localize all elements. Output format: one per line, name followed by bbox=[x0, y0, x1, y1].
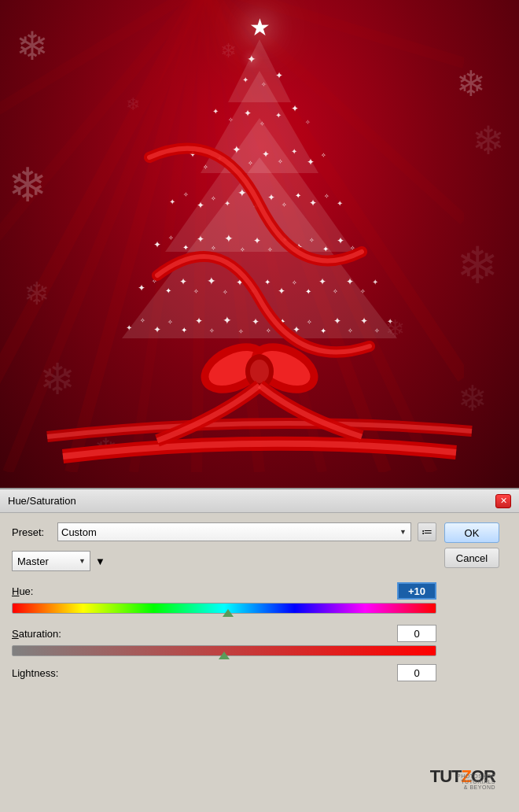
svg-text:✦: ✦ bbox=[244, 108, 252, 119]
svg-text:✦: ✦ bbox=[165, 286, 171, 295]
svg-text:✦: ✦ bbox=[320, 327, 326, 335]
svg-text:✧: ✧ bbox=[211, 195, 216, 202]
svg-text:✦: ✦ bbox=[307, 157, 315, 168]
close-icon: ✕ bbox=[500, 496, 507, 506]
svg-text:✧: ✧ bbox=[168, 234, 174, 242]
svg-text:✦: ✦ bbox=[242, 76, 248, 84]
saturation-thumb[interactable] bbox=[219, 651, 230, 659]
svg-text:✧: ✧ bbox=[307, 319, 312, 326]
ok-label: OK bbox=[465, 527, 480, 539]
svg-text:✦: ✦ bbox=[179, 276, 187, 287]
svg-text:✦: ✦ bbox=[360, 316, 368, 327]
svg-text:✧: ✧ bbox=[348, 327, 353, 334]
lightness-input[interactable] bbox=[397, 664, 436, 681]
svg-text:✦: ✦ bbox=[224, 199, 230, 208]
svg-text:✦: ✦ bbox=[169, 197, 175, 206]
svg-text:✦: ✦ bbox=[318, 276, 326, 287]
preset-menu-button[interactable]: ≔ bbox=[418, 522, 436, 541]
svg-text:✧: ✧ bbox=[324, 193, 329, 200]
svg-text:✧: ✧ bbox=[209, 327, 215, 334]
svg-marker-19 bbox=[122, 157, 397, 338]
svg-text:✧: ✧ bbox=[203, 164, 208, 171]
svg-text:✦: ✦ bbox=[295, 191, 301, 200]
svg-text:✧: ✧ bbox=[248, 160, 253, 167]
svg-text:✧: ✧ bbox=[240, 246, 245, 253]
svg-text:✧: ✧ bbox=[305, 119, 311, 126]
svg-text:★: ★ bbox=[249, 14, 271, 40]
hue-saturation-dialog: Hue/Saturation ✕ Preset: Custom ≔ bbox=[0, 488, 519, 812]
svg-text:✧: ✧ bbox=[309, 237, 315, 244]
svg-text:✦: ✦ bbox=[337, 199, 343, 208]
tutzor-subtitle: PHOTOSHOP TUTORIALS & BEYOND bbox=[457, 773, 495, 790]
svg-text:✦: ✦ bbox=[305, 287, 311, 296]
svg-text:✧: ✧ bbox=[193, 288, 199, 295]
svg-text:✧: ✧ bbox=[267, 246, 273, 253]
ok-button[interactable]: OK bbox=[444, 522, 499, 543]
svg-text:✦: ✦ bbox=[291, 103, 299, 114]
svg-text:✧: ✧ bbox=[266, 327, 271, 334]
hue-input[interactable] bbox=[397, 582, 436, 600]
preset-menu-icon: ≔ bbox=[421, 526, 432, 538]
svg-text:✧: ✧ bbox=[333, 288, 338, 295]
svg-text:✧: ✧ bbox=[167, 319, 173, 326]
svg-text:✧: ✧ bbox=[282, 201, 287, 209]
svg-text:✦: ✦ bbox=[247, 53, 256, 65]
svg-text:✧: ✧ bbox=[374, 327, 380, 334]
svg-text:✧: ✧ bbox=[140, 317, 145, 324]
hue-label: Hue: bbox=[12, 585, 33, 597]
svg-text:✧: ✧ bbox=[211, 245, 216, 252]
dialog-title: Hue/Saturation bbox=[8, 495, 76, 507]
preset-label: Preset: bbox=[12, 526, 51, 538]
svg-text:✦: ✦ bbox=[224, 232, 234, 245]
saturation-input[interactable] bbox=[397, 625, 436, 642]
saturation-track[interactable] bbox=[12, 645, 436, 656]
svg-text:✦: ✦ bbox=[182, 243, 189, 252]
svg-text:✦: ✦ bbox=[223, 314, 232, 327]
svg-text:✦: ✦ bbox=[232, 143, 241, 156]
channel-dropdown-arrow: ▼ bbox=[95, 555, 105, 567]
svg-text:✦: ✦ bbox=[333, 316, 341, 327]
channel-select[interactable]: Master bbox=[12, 551, 90, 571]
image-canvas: ❄ ❄ ❄ ❄ ❄ ❄ ❄ ❄ ❄ ❄ ❄ ❄ ✦ ✦ ✧ ✦ ✦ ✧ ✦ ✧ … bbox=[0, 0, 519, 488]
svg-text:✧: ✧ bbox=[360, 288, 366, 295]
svg-text:✦: ✦ bbox=[252, 316, 260, 327]
svg-text:✦: ✦ bbox=[267, 192, 275, 203]
svg-text:✦: ✦ bbox=[346, 276, 354, 287]
svg-text:✦: ✦ bbox=[253, 235, 261, 246]
svg-text:✦: ✦ bbox=[291, 147, 297, 156]
cancel-button[interactable]: Cancel bbox=[444, 548, 499, 568]
svg-text:✦: ✦ bbox=[278, 286, 285, 297]
svg-text:✦: ✦ bbox=[207, 275, 216, 287]
svg-text:✦: ✦ bbox=[181, 326, 187, 334]
svg-text:✧: ✧ bbox=[183, 191, 189, 198]
lightness-label: Lightness: bbox=[12, 667, 58, 679]
svg-text:✧: ✧ bbox=[223, 289, 228, 296]
svg-text:✦: ✦ bbox=[126, 323, 132, 332]
svg-text:✦: ✦ bbox=[387, 317, 393, 326]
close-button[interactable]: ✕ bbox=[495, 494, 511, 508]
hue-track[interactable] bbox=[12, 603, 436, 614]
dialog-titlebar: Hue/Saturation ✕ bbox=[0, 489, 519, 513]
svg-text:✧: ✧ bbox=[228, 116, 234, 124]
svg-text:✦: ✦ bbox=[372, 278, 378, 286]
preset-select[interactable]: Custom bbox=[57, 522, 411, 541]
svg-text:✦: ✦ bbox=[195, 316, 203, 327]
svg-text:✧: ✧ bbox=[278, 158, 283, 165]
saturation-label: Saturation: bbox=[12, 628, 61, 640]
christmas-tree: ✦ ✦ ✧ ✦ ✦ ✧ ✦ ✧ ✦ ✦ ✧ ✦ ✧ ✦ ✦ ✧ ✦ ✧ ✦ ✦ … bbox=[0, 0, 519, 472]
svg-text:✦: ✦ bbox=[262, 149, 270, 160]
svg-text:✦: ✦ bbox=[212, 107, 219, 116]
svg-text:✦: ✦ bbox=[197, 234, 204, 245]
svg-text:✦: ✦ bbox=[138, 282, 145, 293]
svg-text:✦: ✦ bbox=[275, 111, 282, 120]
svg-text:✦: ✦ bbox=[322, 245, 329, 253]
svg-point-113 bbox=[250, 360, 269, 383]
svg-text:✧: ✧ bbox=[321, 152, 326, 159]
svg-text:✦: ✦ bbox=[264, 278, 271, 286]
svg-text:✦: ✦ bbox=[153, 239, 161, 250]
svg-text:✧: ✧ bbox=[260, 120, 265, 127]
cancel-label: Cancel bbox=[456, 552, 488, 564]
svg-text:✦: ✦ bbox=[153, 324, 161, 335]
svg-text:✧: ✧ bbox=[292, 279, 297, 286]
hue-thumb[interactable] bbox=[223, 609, 234, 617]
